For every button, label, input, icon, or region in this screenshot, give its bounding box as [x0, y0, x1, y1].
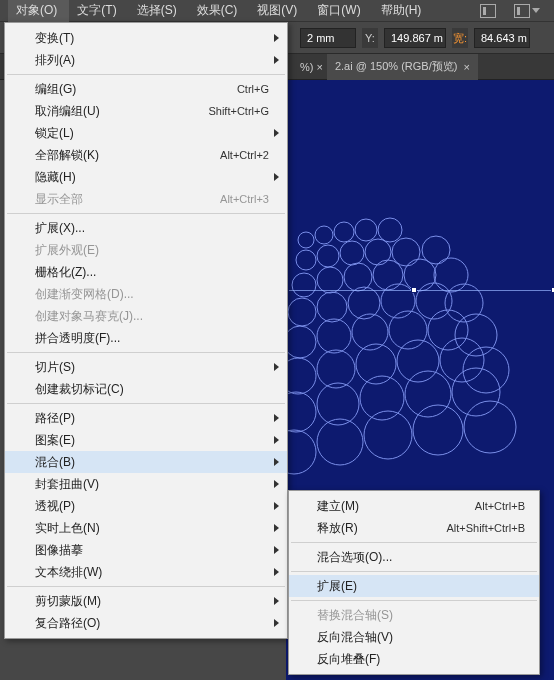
- object-menu-item-27[interactable]: 文本绕排(W): [5, 561, 287, 583]
- layout-icon[interactable]: [480, 4, 496, 18]
- object-menu-item-label: 切片(S): [35, 359, 269, 376]
- svg-point-13: [373, 260, 403, 290]
- object-menu-item-20[interactable]: 路径(P): [5, 407, 287, 429]
- object-menu-item-5[interactable]: 锁定(L): [5, 122, 287, 144]
- object-menu-item-4[interactable]: 取消编组(U)Shift+Ctrl+G: [5, 100, 287, 122]
- partial-tab-fragment: %) ×: [300, 61, 323, 73]
- submenu-arrow-icon: [274, 34, 279, 42]
- submenu-arrow-icon: [274, 480, 279, 488]
- svg-point-5: [296, 250, 316, 270]
- object-menu-item-0[interactable]: 变换(T): [5, 27, 287, 49]
- object-menu-item-label: 变换(T): [35, 30, 269, 47]
- main-menubar: 对象(O) 文字(T) 选择(S) 效果(C) 视图(V) 窗口(W) 帮助(H…: [0, 0, 554, 22]
- object-menu-item-25[interactable]: 实时上色(N): [5, 517, 287, 539]
- object-menu-item-label: 编组(G): [35, 81, 237, 98]
- object-menu-item-12[interactable]: 栅格化(Z)...: [5, 261, 287, 283]
- object-menu-item-1[interactable]: 排列(A): [5, 49, 287, 71]
- selection-handle-n[interactable]: [411, 287, 417, 293]
- submenu-arrow-icon: [274, 568, 279, 576]
- object-menu-item-label: 显示全部: [35, 191, 220, 208]
- object-menu-item-label: 实时上色(N): [35, 520, 269, 537]
- object-menu-item-18[interactable]: 创建裁切标记(C): [5, 378, 287, 400]
- object-menu-item-30[interactable]: 复合路径(O): [5, 612, 287, 634]
- blend-submenu-item-3[interactable]: 混合选项(O)...: [289, 546, 539, 568]
- submenu-arrow-icon: [274, 363, 279, 371]
- submenu-arrow-icon: [274, 524, 279, 532]
- svg-point-7: [340, 241, 364, 265]
- object-menu-item-8: 显示全部Alt+Ctrl+3: [5, 188, 287, 210]
- blend-submenu-item-8[interactable]: 反向混合轴(V): [289, 626, 539, 648]
- object-menu-item-label: 取消编组(U): [35, 103, 208, 120]
- menu-object[interactable]: 对象(O): [8, 0, 69, 22]
- object-menu-item-label: 透视(P): [35, 498, 269, 515]
- object-menu-item-label: 创建渐变网格(D)...: [35, 286, 269, 303]
- blend-submenu-item-0[interactable]: 建立(M)Alt+Ctrl+B: [289, 495, 539, 517]
- blend-submenu-item-9[interactable]: 反向堆叠(F): [289, 648, 539, 670]
- menu-effect[interactable]: 效果(C): [189, 0, 250, 22]
- blend-submenu-item-label: 反向堆叠(F): [317, 651, 525, 668]
- svg-point-14: [404, 259, 436, 291]
- blend-submenu-item-label: 扩展(E): [317, 578, 525, 595]
- menu-view[interactable]: 视图(V): [249, 0, 309, 22]
- object-menu-item-label: 扩展(X)...: [35, 220, 269, 237]
- document-tab[interactable]: 2.ai @ 150% (RGB/预览) ×: [327, 54, 478, 80]
- width-input[interactable]: 84.643 m: [474, 28, 530, 48]
- submenu-arrow-icon: [274, 458, 279, 466]
- blend-submenu: 建立(M)Alt+Ctrl+B释放(R)Alt+Shift+Ctrl+B混合选项…: [288, 490, 540, 675]
- object-menu-item-3[interactable]: 编组(G)Ctrl+G: [5, 78, 287, 100]
- object-menu-item-6[interactable]: 全部解锁(K)Alt+Ctrl+2: [5, 144, 287, 166]
- blend-submenu-separator: [291, 571, 537, 572]
- menu-select[interactable]: 选择(S): [129, 0, 189, 22]
- selection-handles[interactable]: [286, 290, 554, 500]
- object-menu-separator: [7, 74, 285, 75]
- submenu-arrow-icon: [274, 414, 279, 422]
- menu-window[interactable]: 窗口(W): [309, 0, 372, 22]
- menu-help[interactable]: 帮助(H): [373, 0, 434, 22]
- object-menu-item-shortcut: Alt+Ctrl+2: [220, 149, 269, 161]
- width-label: 宽:: [452, 28, 468, 48]
- object-menu-item-label: 封套扭曲(V): [35, 476, 269, 493]
- submenu-arrow-icon: [274, 173, 279, 181]
- object-menu-item-7[interactable]: 隐藏(H): [5, 166, 287, 188]
- object-menu-item-label: 混合(B): [35, 454, 269, 471]
- svg-point-6: [317, 245, 339, 267]
- object-menu-item-label: 隐藏(H): [35, 169, 269, 186]
- object-menu-item-label: 剪切蒙版(M): [35, 593, 269, 610]
- object-menu-item-26[interactable]: 图像描摹: [5, 539, 287, 561]
- object-menu-item-10[interactable]: 扩展(X)...: [5, 217, 287, 239]
- submenu-arrow-icon: [274, 619, 279, 627]
- blend-submenu-item-5[interactable]: 扩展(E): [289, 575, 539, 597]
- svg-point-3: [355, 219, 377, 241]
- object-menu-item-21[interactable]: 图案(E): [5, 429, 287, 451]
- y-input[interactable]: 149.867 m: [384, 28, 446, 48]
- object-menu-item-shortcut: Shift+Ctrl+G: [208, 105, 269, 117]
- tab-close-icon[interactable]: ×: [463, 61, 469, 73]
- object-menu-item-11: 扩展外观(E): [5, 239, 287, 261]
- object-menu-separator: [7, 586, 285, 587]
- svg-point-40: [422, 236, 450, 264]
- object-menu-item-23[interactable]: 封套扭曲(V): [5, 473, 287, 495]
- object-menu-separator: [7, 213, 285, 214]
- object-menu-item-label: 图像描摹: [35, 542, 269, 559]
- svg-point-1: [315, 226, 333, 244]
- workspace-icon[interactable]: [514, 4, 530, 18]
- workspace-dropdown-icon[interactable]: [532, 8, 540, 13]
- object-menu-item-label: 全部解锁(K): [35, 147, 220, 164]
- blend-submenu-item-shortcut: Alt+Ctrl+B: [475, 500, 525, 512]
- blend-submenu-item-1[interactable]: 释放(R)Alt+Shift+Ctrl+B: [289, 517, 539, 539]
- object-menu-item-22[interactable]: 混合(B): [5, 451, 287, 473]
- object-menu-item-17[interactable]: 切片(S): [5, 356, 287, 378]
- svg-point-8: [365, 239, 391, 265]
- object-menu-item-24[interactable]: 透视(P): [5, 495, 287, 517]
- blend-submenu-item-7: 替换混合轴(S): [289, 604, 539, 626]
- menubar-right-icons: [480, 4, 554, 18]
- object-menu-item-29[interactable]: 剪切蒙版(M): [5, 590, 287, 612]
- svg-point-12: [344, 263, 372, 291]
- field-1[interactable]: 2 mm: [300, 28, 356, 48]
- object-menu-item-label: 拼合透明度(F)...: [35, 330, 269, 347]
- object-menu-item-shortcut: Ctrl+G: [237, 83, 269, 95]
- blend-submenu-item-shortcut: Alt+Shift+Ctrl+B: [446, 522, 525, 534]
- blend-submenu-item-label: 混合选项(O)...: [317, 549, 525, 566]
- menu-text[interactable]: 文字(T): [69, 0, 128, 22]
- object-menu-item-15[interactable]: 拼合透明度(F)...: [5, 327, 287, 349]
